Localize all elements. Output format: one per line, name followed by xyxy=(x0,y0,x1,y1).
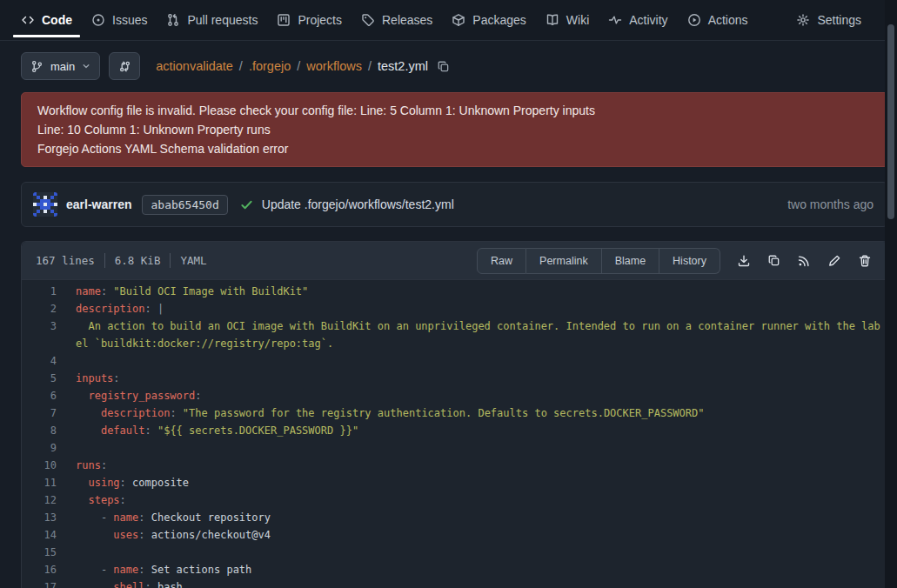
history-button[interactable]: History xyxy=(659,248,720,274)
line-number[interactable]: 6 xyxy=(22,387,76,404)
tab-activity[interactable]: Activity xyxy=(599,0,677,40)
line-number[interactable]: 1 xyxy=(22,283,76,300)
line-number[interactable]: 5 xyxy=(22,370,76,387)
line-number[interactable]: 11 xyxy=(22,474,76,491)
line-number[interactable]: 7 xyxy=(22,404,76,422)
error-banner: Workflow config file is invalid. Please … xyxy=(21,92,888,167)
tab-code[interactable]: Code xyxy=(11,0,82,40)
code-viewer: 1name: "Build OCI Image with BuildKit"2d… xyxy=(22,280,887,588)
commit-hash-badge[interactable]: abab65450d xyxy=(142,195,227,215)
line-number[interactable]: 15 xyxy=(22,544,76,561)
file-view: 167 lines6.8 KiBYAML RawPermalinkBlameHi… xyxy=(21,241,888,588)
file-action-icons xyxy=(737,254,879,268)
line-number[interactable]: 9 xyxy=(22,439,76,457)
line-content: description: "The password for the regis… xyxy=(76,404,887,422)
code-line: 17 shell: bash xyxy=(22,578,887,588)
tab-projects[interactable]: Projects xyxy=(267,0,351,40)
download-icon[interactable] xyxy=(737,254,751,268)
breadcrumb-segment[interactable]: workflows xyxy=(306,59,362,73)
line-content: runs: xyxy=(76,457,887,474)
project-board-icon xyxy=(277,13,291,27)
gear-icon xyxy=(796,13,810,27)
tab-releases[interactable]: Releases xyxy=(351,0,442,40)
compare-button[interactable] xyxy=(109,52,140,80)
line-number[interactable]: 12 xyxy=(22,491,76,509)
code-line: 11 using: composite xyxy=(22,474,887,491)
tab-label: Pull requests xyxy=(187,13,258,27)
copy-path-icon[interactable] xyxy=(437,60,450,73)
code-line: 3 An action to build an OCI image with B… xyxy=(22,317,887,352)
tab-label: Actions xyxy=(708,13,748,27)
tab-label: Settings xyxy=(817,13,861,27)
line-number[interactable]: 4 xyxy=(22,352,76,370)
rss-icon[interactable] xyxy=(797,254,811,268)
scrollbar-track[interactable] xyxy=(885,0,897,588)
line-content xyxy=(76,352,887,370)
line-number[interactable]: 16 xyxy=(22,561,76,578)
line-number[interactable]: 10 xyxy=(22,457,76,474)
tab-pull-requests[interactable]: Pull requests xyxy=(157,0,267,40)
code-line: 9 xyxy=(22,439,887,457)
line-content: inputs: xyxy=(76,370,887,387)
top-nav: CodeIssuesPull requestsProjectsReleasesP… xyxy=(0,0,897,41)
line-content: using: composite xyxy=(76,474,887,491)
code-line: 14 uses: actions/checkout@v4 xyxy=(22,526,887,544)
scrollbar-thumb[interactable] xyxy=(887,24,894,219)
tab-packages[interactable]: Packages xyxy=(442,0,535,40)
code-line: 13 - name: Checkout repository xyxy=(22,509,887,526)
code-line: 5inputs: xyxy=(22,370,887,387)
line-content: default: "${{ secrets.DOCKER_PASSWORD }}… xyxy=(76,422,887,439)
commit-message[interactable]: Update .forgejo/workflows/test2.yml xyxy=(262,197,454,211)
line-number[interactable]: 8 xyxy=(22,422,76,439)
pull-request-icon xyxy=(166,13,180,27)
play-circle-icon xyxy=(687,13,701,27)
delete-icon[interactable] xyxy=(858,254,872,268)
raw-button[interactable]: Raw xyxy=(477,248,526,274)
line-number[interactable]: 14 xyxy=(22,526,76,544)
latest-commit-bar: earl-warren abab65450d Update .forgejo/w… xyxy=(21,182,888,227)
line-content: shell: bash xyxy=(76,578,887,588)
breadcrumb-separator: / xyxy=(233,59,249,73)
stat-divider xyxy=(104,253,105,268)
breadcrumb-segment[interactable]: .forgejo xyxy=(249,59,291,73)
file-stat: YAML xyxy=(180,254,206,267)
line-number[interactable]: 3 xyxy=(22,317,76,352)
breadcrumb-separator: / xyxy=(291,59,306,73)
tab-issues[interactable]: Issues xyxy=(82,0,157,40)
file-stat: 167 lines xyxy=(36,254,95,267)
line-content: - name: Set actions path xyxy=(76,561,887,578)
stat-divider xyxy=(170,253,171,268)
code-icon xyxy=(21,13,35,27)
code-line: 4 xyxy=(22,352,887,370)
code-line: 15 xyxy=(22,544,887,561)
tab-label: Wiki xyxy=(566,13,589,27)
code-line: 12 steps: xyxy=(22,491,887,509)
line-number[interactable]: 17 xyxy=(22,578,76,588)
breadcrumb: actionvalidate/.forgejo/workflows/test2.… xyxy=(156,59,450,73)
line-number[interactable]: 2 xyxy=(22,300,76,317)
tab-wiki[interactable]: Wiki xyxy=(536,0,599,40)
commit-author[interactable]: earl-warren xyxy=(66,197,131,211)
tab-actions[interactable]: Actions xyxy=(678,0,758,40)
permalink-button[interactable]: Permalink xyxy=(526,248,602,274)
code-line: 2description: | xyxy=(22,300,887,317)
copy-icon[interactable] xyxy=(767,254,780,267)
breadcrumb-segment[interactable]: actionvalidate xyxy=(156,59,233,73)
branch-selector-button[interactable]: main xyxy=(21,52,100,80)
chevron-down-icon xyxy=(82,62,90,70)
line-content: description: | xyxy=(76,300,887,317)
breadcrumb-separator: / xyxy=(362,59,378,73)
blame-button[interactable]: Blame xyxy=(602,248,659,274)
tab-settings[interactable]: Settings xyxy=(787,0,871,40)
code-line: 6 registry_password: xyxy=(22,387,887,404)
line-content: - name: Checkout repository xyxy=(76,509,887,526)
breadcrumb-filename: test2.yml xyxy=(378,59,428,73)
error-banner-line: Forgejo Actions YAML Schema validation e… xyxy=(37,139,872,158)
tab-label: Releases xyxy=(382,13,432,27)
edit-icon[interactable] xyxy=(827,254,841,268)
line-content: An action to build an OCI image with Bui… xyxy=(76,317,887,352)
avatar[interactable] xyxy=(33,192,57,217)
pulse-icon xyxy=(608,13,622,27)
commit-status-check-icon[interactable] xyxy=(240,198,253,211)
line-number[interactable]: 13 xyxy=(22,509,76,526)
